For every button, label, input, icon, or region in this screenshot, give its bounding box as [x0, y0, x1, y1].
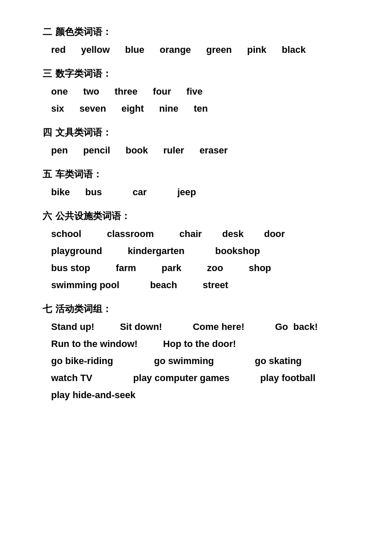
section-title-2: 颜色类词语：: [55, 26, 112, 38]
section-activities-heading: 七 活动类词组：: [43, 303, 358, 315]
word-black: black: [282, 44, 306, 55]
word-kindergarten: kindergarten: [128, 246, 184, 257]
section-number-5: 五: [43, 168, 52, 181]
activities-row-4: watch TV play computer games play footba…: [43, 373, 358, 385]
section-activities: 七 活动类词组： Stand up! Sit down! Come here! …: [43, 303, 358, 402]
section-number-7: 七: [43, 303, 52, 315]
section-facilities: 六 公共设施类词语： school classroom chair desk d…: [43, 210, 358, 292]
section-title-3: 数字类词语：: [55, 67, 112, 80]
word-chair: chair: [179, 228, 202, 240]
word-seven: seven: [80, 103, 106, 114]
word-one: one: [51, 86, 68, 97]
section-colors: 二 颜色类词语： red yellow blue orange green pi…: [43, 26, 358, 57]
phrase-play-hide-and-seek: play hide-and-seek: [51, 390, 135, 401]
word-red: red: [51, 44, 66, 55]
phrase-watch-tv: watch TV: [51, 373, 92, 384]
phrase-hop-to-door: Hop to the door!: [163, 338, 236, 350]
word-street: street: [203, 280, 228, 291]
word-two: two: [83, 86, 99, 97]
word-jeep: jeep: [177, 187, 196, 198]
stationery-row: pen pencil book ruler eraser: [43, 145, 358, 158]
vehicles-row: bike bus car jeep: [43, 187, 358, 199]
section-vehicles-heading: 五 车类词语：: [43, 168, 358, 181]
word-six: six: [51, 103, 64, 114]
word-orange: orange: [160, 44, 191, 55]
page-content: 二 颜色类词语： red yellow blue orange green pi…: [43, 26, 358, 402]
section-number-6: 六: [43, 210, 52, 223]
word-farm: farm: [116, 263, 136, 274]
phrase-play-football: play football: [260, 373, 316, 384]
activities-row-3: go bike-riding go swimming go skating: [43, 356, 358, 368]
word-five: five: [187, 86, 203, 97]
word-eight: eight: [121, 103, 144, 114]
phrase-go-back: Go back!: [275, 321, 317, 332]
word-ten: ten: [194, 103, 208, 114]
section-stationery: 四 文具类词语： pen pencil book ruler eraser: [43, 126, 358, 158]
word-eraser: eraser: [199, 145, 228, 156]
word-classroom: classroom: [107, 228, 154, 240]
facilities-row-2: playground kindergarten bookshop: [43, 246, 358, 258]
word-three: three: [115, 86, 138, 97]
word-bus: bus: [85, 187, 102, 198]
word-desk: desk: [222, 228, 244, 240]
word-bike: bike: [51, 187, 70, 198]
word-green: green: [206, 44, 232, 55]
word-pencil: pencil: [83, 145, 110, 156]
section-title-7: 活动类词组：: [55, 303, 112, 315]
section-facilities-heading: 六 公共设施类词语：: [43, 210, 358, 223]
word-car: car: [133, 187, 147, 198]
activities-row-2: Run to the window! Hop to the door!: [43, 338, 358, 351]
facilities-row-1: school classroom chair desk door: [43, 228, 358, 241]
word-blue: blue: [125, 44, 144, 55]
word-park: park: [161, 263, 181, 274]
phrase-sit-down: Sit down!: [120, 321, 162, 332]
activities-row-5: play hide-and-seek: [43, 390, 358, 402]
word-door: door: [264, 228, 285, 240]
phrase-go-skating: go skating: [255, 356, 302, 367]
word-beach: beach: [150, 280, 177, 291]
section-stationery-heading: 四 文具类词语：: [43, 126, 358, 139]
word-playground: playground: [51, 246, 102, 257]
phrase-stand-up: Stand up!: [51, 321, 94, 332]
facilities-row-4: swimming pool beach street: [43, 280, 358, 292]
section-title-6: 公共设施类词语：: [55, 210, 130, 223]
phrase-go-swimming: go swimming: [154, 356, 214, 367]
activities-row-1: Stand up! Sit down! Come here! Go back!: [43, 321, 358, 334]
colors-row: red yellow blue orange green pink black: [43, 44, 358, 57]
section-vehicles: 五 车类词语： bike bus car jeep: [43, 168, 358, 199]
section-numbers-heading: 三 数字类词语：: [43, 67, 358, 80]
word-book: book: [126, 145, 148, 156]
phrase-play-computer-games: play computer games: [133, 373, 230, 384]
word-pink: pink: [247, 44, 266, 55]
word-four: four: [153, 86, 171, 97]
section-number-4: 四: [43, 126, 52, 139]
section-title-4: 文具类词语：: [55, 126, 112, 139]
section-number-3: 三: [43, 67, 52, 80]
word-shop: shop: [249, 263, 271, 274]
word-ruler: ruler: [163, 145, 184, 156]
section-number-2: 二: [43, 26, 52, 38]
word-bus-stop: bus stop: [51, 263, 90, 274]
phrase-come-here: Come here!: [193, 321, 244, 332]
numbers-row-1: one two three four five: [43, 86, 358, 99]
facilities-row-3: bus stop farm park zoo shop: [43, 263, 358, 275]
section-title-5: 车类词语：: [55, 168, 102, 181]
section-colors-heading: 二 颜色类词语：: [43, 26, 358, 38]
word-zoo: zoo: [207, 263, 223, 274]
phrase-run-to-window: Run to the window!: [51, 338, 138, 350]
phrase-go-bike-riding: go bike-riding: [51, 356, 113, 367]
numbers-row-2: six seven eight nine ten: [43, 103, 358, 116]
word-yellow: yellow: [81, 44, 110, 55]
section-numbers: 三 数字类词语： one two three four five six sev…: [43, 67, 358, 116]
word-swimming-pool: swimming pool: [51, 280, 119, 291]
word-school: school: [51, 228, 81, 240]
word-nine: nine: [159, 103, 179, 114]
word-bookshop: bookshop: [215, 246, 260, 257]
word-pen: pen: [51, 145, 68, 156]
